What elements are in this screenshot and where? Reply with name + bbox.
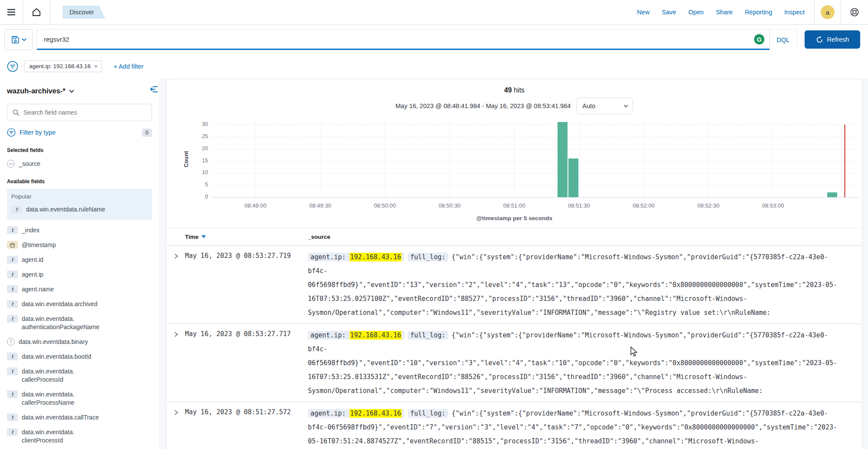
selected-fields-header: Selected fields xyxy=(7,147,152,153)
chart-gridline xyxy=(385,122,385,197)
query-language-button[interactable]: DQL xyxy=(769,30,796,50)
help-button[interactable] xyxy=(841,0,868,24)
nav-link-inspect[interactable]: Inspect xyxy=(784,9,805,16)
filter-type-icon xyxy=(7,128,16,137)
nav-link-save[interactable]: Save xyxy=(662,9,676,16)
chart-y-axis-label: Count xyxy=(183,151,189,168)
field-item-data.win.eventdata.callerProcessName[interactable]: tdata.win.eventdata.callerProcessName xyxy=(7,390,152,407)
divider xyxy=(50,0,50,24)
add-filter-button[interactable]: + Add filter xyxy=(113,63,143,70)
home-button[interactable] xyxy=(23,0,50,24)
collapse-sidebar-button[interactable] xyxy=(148,83,159,95)
nav-link-reporting[interactable]: Reporting xyxy=(745,9,772,16)
field-item-agent.name[interactable]: tagent.name xyxy=(7,285,152,294)
row-source: agent.ip: 192.168.43.16full_log:{"win":{… xyxy=(308,250,862,320)
field-label: @timestamp xyxy=(22,241,56,249)
nav-link-share[interactable]: Share xyxy=(716,9,733,16)
hits-count: 49 hits xyxy=(167,79,862,94)
histogram-bar[interactable] xyxy=(827,192,838,197)
selected-fields-list: </>_source xyxy=(7,160,152,168)
hits-label: hits xyxy=(514,86,525,94)
field-item-data.win.eventdata.callTrace[interactable]: tdata.win.eventdata.callTrace xyxy=(7,413,152,422)
field-search-box[interactable] xyxy=(7,104,152,121)
field-search-input[interactable] xyxy=(23,109,146,116)
string-type-icon: t xyxy=(7,226,18,234)
saved-query-menu-button[interactable] xyxy=(4,29,33,50)
field-item-data.win.eventdata.clientProcessId[interactable]: tdata.win.eventdata.clientProcessId xyxy=(7,428,152,445)
field-badge-agentip[interactable]: agent.ip: 192.168.43.16 xyxy=(308,409,404,418)
help-icon xyxy=(850,7,859,17)
string-type-icon: t xyxy=(7,390,18,398)
breadcrumb-discover[interactable]: Discover xyxy=(63,6,105,19)
highlighted-value: 192.168.43.16 xyxy=(350,409,401,418)
top-menu: NewSaveOpenShareReportingInspect xyxy=(631,9,811,16)
source-line: 16T07:53:25.0257100Z","eventRecordID":"8… xyxy=(308,292,845,306)
histogram-chart[interactable]: 08:49:0008:49:3008:50:0008:50:3008:51:00… xyxy=(167,121,862,211)
field-badge-agentip[interactable]: agent.ip: 192.168.43.16 xyxy=(308,253,404,261)
save-icon xyxy=(11,36,20,44)
search-icon xyxy=(13,109,20,116)
source-line: Sysmon/Operational","computer":"Windows1… xyxy=(308,384,845,398)
field-label: data.win.eventdata.ruleName xyxy=(26,205,105,214)
field-badge-full_log[interactable]: full_log: xyxy=(408,253,448,261)
histogram-bar[interactable] xyxy=(558,122,568,197)
field-item-data.win.eventdata.ruleName[interactable]: tdata.win.eventdata.ruleName xyxy=(11,205,148,214)
field-item-agent.ip[interactable]: tagent.ip xyxy=(7,271,152,279)
sort-desc-icon[interactable] xyxy=(201,235,206,238)
field-badge-full_log[interactable]: full_log: xyxy=(408,331,448,340)
expand-row-button[interactable] xyxy=(167,250,185,320)
user-menu[interactable]: a xyxy=(814,0,841,24)
filter-pill-agent-ip[interactable]: agent.ip: 192.168.43.16 × xyxy=(24,60,102,72)
filter-icon[interactable] xyxy=(7,61,18,72)
filter-by-type-button[interactable]: Filter by type xyxy=(20,129,56,136)
field-item-data.win.eventdata.authenticationPackageName[interactable]: tdata.win.eventdata.authenticationPackag… xyxy=(7,315,152,331)
field-item-data.win.eventdata.binary[interactable]: ?data.win.eventdata.binary xyxy=(7,338,152,346)
y-tick-label: 20 xyxy=(191,145,208,152)
filter-by-type-row: Filter by type 0 xyxy=(7,128,152,137)
source-line: bf4c- xyxy=(308,342,845,356)
refresh-button[interactable]: Refresh xyxy=(805,30,860,49)
field-badge-agentip[interactable]: agent.ip: 192.168.43.16 xyxy=(308,331,404,340)
string-type-icon: t xyxy=(7,367,18,375)
histogram-bar[interactable] xyxy=(568,158,579,197)
field-item-_source[interactable]: </>_source xyxy=(7,160,152,168)
row-source: agent.ip: 192.168.43.16full_log:{"win":{… xyxy=(308,406,862,448)
remove-filter-icon[interactable]: × xyxy=(94,63,98,69)
expand-row-button[interactable] xyxy=(167,328,185,398)
field-item-data.win.eventdata.archived[interactable]: tdata.win.eventdata.archived xyxy=(7,300,152,308)
chart-gridline xyxy=(212,137,859,137)
string-type-icon: t xyxy=(7,256,18,264)
source-column-header[interactable]: _source xyxy=(308,234,862,240)
query-text[interactable]: regsvr32 xyxy=(44,36,753,43)
string-type-icon: t xyxy=(7,300,18,308)
source-line: agent.ip: 192.168.43.16full_log:{"win":{… xyxy=(308,406,845,420)
collapse-icon xyxy=(150,85,158,93)
index-pattern-selector[interactable]: wazuh-archives-* xyxy=(7,87,152,95)
field-item-data.win.eventdata.callerProcessId[interactable]: tdata.win.eventdata.callerProcessId xyxy=(7,367,152,384)
query-input[interactable]: regsvr32 G xyxy=(37,30,769,50)
field-label: _index xyxy=(22,226,40,234)
field-badge-full_log[interactable]: full_log: xyxy=(408,409,448,418)
field-item-@timestamp[interactable]: @timestamp xyxy=(7,241,152,249)
table-body: May 16, 2023 @ 08:53:27.719agent.ip: 192… xyxy=(167,246,862,449)
hamburger-icon xyxy=(7,9,16,16)
filter-bar: agent.ip: 192.168.43.16 × + Add filter xyxy=(0,54,868,78)
field-item-_index[interactable]: t_index xyxy=(7,226,152,234)
popular-label: Popular xyxy=(11,193,148,200)
y-tick-label: 5 xyxy=(191,182,208,188)
time-column-header[interactable]: Time xyxy=(185,234,308,240)
field-item-agent.id[interactable]: tagent.id xyxy=(7,256,152,264)
expand-row-button[interactable] xyxy=(167,406,185,448)
field-label: data.win.eventdata.bootId xyxy=(22,353,91,361)
field-item-data.win.eventdata.bootId[interactable]: tdata.win.eventdata.bootId xyxy=(7,353,152,361)
y-tick-label: 25 xyxy=(191,133,208,139)
home-icon xyxy=(32,7,41,17)
nav-link-open[interactable]: Open xyxy=(688,9,703,16)
menu-button[interactable] xyxy=(0,0,23,24)
nav-link-new[interactable]: New xyxy=(637,9,650,16)
avatar[interactable]: a xyxy=(821,5,835,19)
interval-select[interactable]: Auto xyxy=(577,98,633,114)
query-bar: regsvr32 G DQL Refresh xyxy=(0,25,868,54)
available-fields-header: Available fields xyxy=(7,178,152,185)
row-time: May 16, 2023 @ 08:51:27.572 xyxy=(185,406,308,448)
